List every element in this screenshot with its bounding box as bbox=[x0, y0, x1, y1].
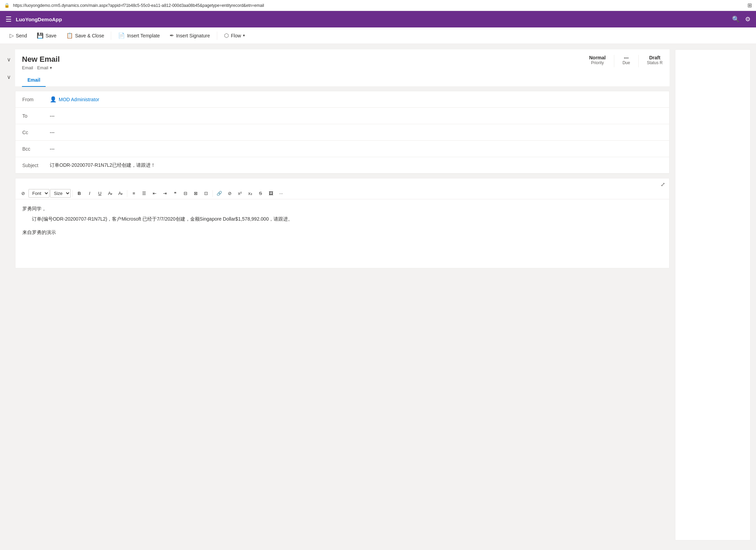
email-order-info: 订单(编号ODR-20200707-R1N7L2)，客户Microsoft 已经… bbox=[22, 215, 662, 223]
more-options-button[interactable]: ··· bbox=[276, 189, 286, 197]
quote-icon: ❝ bbox=[174, 191, 176, 196]
status-meta: Draft Status R bbox=[647, 55, 663, 65]
cc-value[interactable]: --- bbox=[50, 130, 662, 135]
bcc-value[interactable]: --- bbox=[50, 146, 662, 152]
quote-button[interactable]: ❝ bbox=[170, 189, 180, 197]
insert-signature-icon: ✒ bbox=[170, 32, 174, 39]
user-icon: 👤 bbox=[50, 96, 57, 103]
align-left-icon: ≡ bbox=[132, 191, 135, 196]
from-value[interactable]: 👤 MOD Administrator bbox=[50, 96, 662, 103]
italic-button[interactable]: I bbox=[85, 189, 94, 197]
collapse-btn-1[interactable]: ∨ bbox=[5, 55, 12, 64]
font-color-icon: A▾ bbox=[108, 191, 113, 196]
content-area: ∨ ∨ New Email Email · Email ▾ Normal bbox=[0, 44, 756, 546]
tab-bar: Email bbox=[22, 74, 663, 86]
align-justify-icon: ⊟ bbox=[184, 191, 187, 196]
browser-bar: 🔒 https://luoyongdemo.crm5.dynamics.com/… bbox=[0, 0, 756, 11]
tab-email[interactable]: Email bbox=[22, 74, 46, 87]
breadcrumb-dropdown-icon[interactable]: ▾ bbox=[50, 65, 52, 70]
lock-icon: 🔒 bbox=[4, 3, 10, 8]
email-greeting: 罗勇同学， bbox=[22, 205, 662, 212]
save-close-button[interactable]: 📋 Save & Close bbox=[62, 30, 108, 41]
indent-increase-button[interactable]: ⇥ bbox=[160, 189, 170, 197]
underline-button[interactable]: U bbox=[95, 189, 105, 197]
from-field: From 👤 MOD Administrator bbox=[15, 91, 669, 108]
browser-ext-icon[interactable]: ⊞ bbox=[747, 2, 752, 9]
flow-label: Flow bbox=[231, 33, 241, 38]
image-button[interactable]: 🖼 bbox=[266, 189, 276, 197]
email-editor: ⤢ ⊘ Font Size B I U bbox=[15, 178, 670, 268]
subscript-icon: x₂ bbox=[248, 191, 252, 196]
browser-url: https://luoyongdemo.crm5.dynamics.com/ma… bbox=[13, 3, 744, 8]
toolbar: ▷ Send 💾 Save 📋 Save & Close 📄 Insert Te… bbox=[0, 27, 756, 44]
superscript-icon: x² bbox=[238, 191, 242, 196]
align-right-button[interactable]: ⊡ bbox=[201, 189, 211, 197]
record-header: New Email Email · Email ▾ Normal Priorit… bbox=[15, 49, 670, 87]
settings-icon[interactable]: ⚙ bbox=[745, 15, 751, 23]
subject-value[interactable]: 订单ODR-20200707-R1N7L2已经创建，请跟进！ bbox=[50, 162, 662, 168]
align-center-button[interactable]: ⊠ bbox=[191, 189, 200, 197]
meta-sep-2 bbox=[638, 55, 639, 67]
link-button[interactable]: 🔗 bbox=[214, 189, 224, 197]
unlink-icon: ⊘ bbox=[228, 191, 232, 196]
superscript-button[interactable]: x² bbox=[235, 189, 245, 197]
indent-increase-icon: ⇥ bbox=[163, 191, 167, 196]
more-options-icon: ··· bbox=[279, 191, 283, 196]
breadcrumb-sep: · bbox=[35, 65, 36, 70]
record-title: New Email bbox=[22, 55, 60, 64]
save-button[interactable]: 💾 Save bbox=[33, 30, 61, 41]
cc-label: Cc bbox=[22, 130, 50, 135]
align-center-icon: ⊠ bbox=[194, 191, 198, 196]
underline-icon: U bbox=[98, 191, 101, 196]
main-panel: New Email Email · Email ▾ Normal Priorit… bbox=[15, 49, 670, 540]
unlink-button[interactable]: ⊘ bbox=[225, 189, 234, 197]
toolbar-separator-2 bbox=[217, 32, 217, 40]
align-justify-button[interactable]: ⊟ bbox=[181, 189, 190, 197]
collapse-btn-2[interactable]: ∨ bbox=[5, 72, 12, 82]
cc-field: Cc --- bbox=[15, 124, 669, 141]
insert-template-button[interactable]: 📄 Insert Template bbox=[114, 30, 164, 41]
due-value: --- bbox=[623, 55, 630, 60]
app-name: LuoYongDemoApp bbox=[16, 16, 62, 22]
priority-meta: Normal Priority bbox=[589, 55, 606, 65]
toolbar-separator-1 bbox=[111, 32, 111, 40]
editor-body[interactable]: 罗勇同学， 订单(编号ODR-20200707-R1N7L2)，客户Micros… bbox=[15, 199, 669, 268]
font-color-button[interactable]: A▾ bbox=[105, 189, 115, 197]
bullets-icon: ☰ bbox=[142, 191, 146, 196]
insert-template-label: Insert Template bbox=[127, 33, 160, 38]
highlight-button[interactable]: A▾ bbox=[116, 189, 125, 197]
highlight-icon: A▾ bbox=[118, 191, 123, 196]
flow-chevron-icon: ▾ bbox=[243, 33, 245, 38]
align-left-button[interactable]: ≡ bbox=[129, 189, 139, 197]
size-select[interactable]: Size bbox=[50, 189, 71, 198]
editor-clear-format-button[interactable]: ⊘ bbox=[18, 189, 28, 197]
from-name: MOD Administrator bbox=[59, 97, 99, 102]
app-menu-icon[interactable]: ☰ bbox=[5, 15, 12, 23]
record-meta: Normal Priority --- Due Draft Status R bbox=[589, 55, 663, 67]
indent-decrease-button[interactable]: ⇤ bbox=[150, 189, 159, 197]
bullets-button[interactable]: ☰ bbox=[139, 189, 149, 197]
bold-button[interactable]: B bbox=[74, 189, 84, 197]
breadcrumb-part2: Email bbox=[37, 65, 48, 70]
from-label: From bbox=[22, 97, 50, 102]
email-signature: 来自罗勇的演示 bbox=[22, 229, 662, 236]
flow-button[interactable]: ⬡ Flow ▾ bbox=[220, 30, 249, 41]
subject-field: Subject 订单ODR-20200707-R1N7L2已经创建，请跟进！ bbox=[15, 157, 669, 174]
send-button[interactable]: ▷ Send bbox=[5, 30, 31, 41]
save-label: Save bbox=[46, 33, 57, 38]
expand-button[interactable]: ⤢ bbox=[661, 181, 665, 188]
subscript-button[interactable]: x₂ bbox=[245, 189, 255, 197]
to-label: To bbox=[22, 113, 50, 119]
font-select[interactable]: Font bbox=[28, 189, 49, 198]
breadcrumb-part1: Email bbox=[22, 65, 33, 70]
meta-sep-1 bbox=[614, 55, 614, 67]
search-icon[interactable]: 🔍 bbox=[732, 15, 740, 23]
priority-value: Normal bbox=[589, 55, 606, 60]
insert-signature-button[interactable]: ✒ Insert Signature bbox=[165, 30, 214, 41]
right-panel bbox=[675, 49, 751, 540]
priority-label: Priority bbox=[589, 60, 606, 65]
image-icon: 🖼 bbox=[269, 191, 273, 196]
save-icon: 💾 bbox=[37, 32, 44, 39]
strikethrough-button[interactable]: S bbox=[256, 189, 265, 197]
to-value[interactable]: --- bbox=[50, 113, 662, 119]
